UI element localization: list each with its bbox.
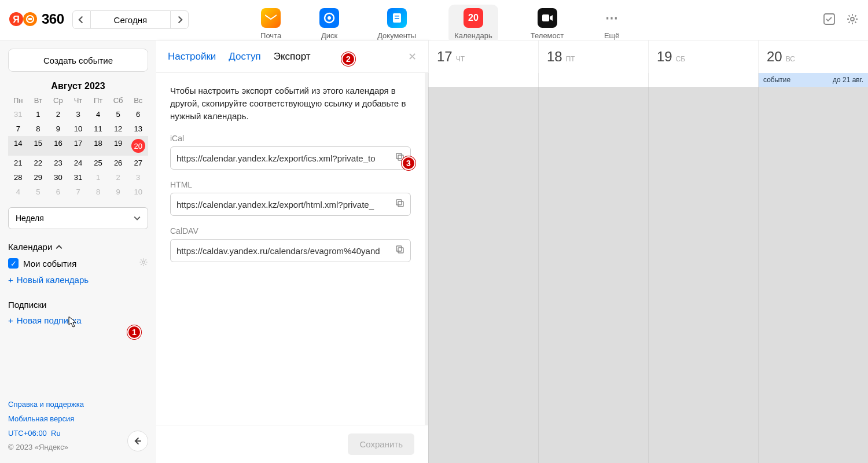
telemost-icon — [538, 8, 557, 28]
calendar-gear-icon[interactable] — [139, 258, 148, 269]
new-calendar-link[interactable]: + Новый календарь — [8, 275, 148, 285]
mail-icon — [261, 8, 281, 28]
collapse-sidebar-button[interactable] — [127, 431, 148, 451]
svg-rect-8 — [395, 18, 399, 19]
svg-rect-7 — [395, 16, 399, 17]
prev-button[interactable] — [72, 10, 91, 29]
service-label: Ещё — [604, 31, 620, 40]
mini-calendar-month: Август 2023 — [8, 81, 148, 91]
create-event-button[interactable]: Создать событие — [8, 49, 148, 72]
event-until: до 21 авг. — [833, 76, 863, 84]
view-select[interactable]: Неделя — [8, 207, 148, 229]
annotation-marker-2: 2 — [341, 52, 355, 66]
svg-rect-15 — [396, 200, 402, 205]
ical-url-row — [170, 146, 411, 170]
chevron-down-icon — [134, 215, 141, 222]
svg-rect-18 — [398, 248, 403, 253]
caldav-url-input[interactable] — [176, 246, 391, 256]
annotation-marker-1: 1 — [127, 325, 141, 339]
day-column[interactable] — [648, 87, 758, 463]
today-button[interactable]: Сегодня — [91, 10, 171, 29]
service-label: Диск — [321, 31, 337, 40]
ical-url-input[interactable] — [176, 153, 391, 163]
day-header[interactable]: 19СБ — [648, 41, 758, 73]
view-select-value: Неделя — [16, 214, 44, 223]
logo[interactable]: Я 360 — [9, 5, 64, 28]
service-documents[interactable]: Документы — [372, 5, 422, 43]
chevron-up-icon — [56, 244, 62, 251]
ical-label: iCal — [170, 134, 411, 143]
service-label: Телемост — [531, 31, 564, 40]
arrow-left-icon — [134, 437, 142, 445]
yandex-logo-icon: Я — [9, 10, 38, 28]
mini-calendar-week[interactable]: 14151617181920 — [8, 136, 148, 156]
disk-icon — [319, 8, 339, 28]
mini-calendar-week[interactable]: 21222324252627 — [8, 156, 148, 170]
more-icon: ⋯ — [602, 8, 621, 28]
settings-gear-icon[interactable] — [846, 13, 859, 28]
mini-calendar-dow: ПнВтСрЧтПтСбВс — [8, 96, 148, 105]
timezone-link[interactable]: UTC+06:00 — [8, 429, 47, 438]
calendar-icon: 20 — [464, 8, 483, 28]
documents-icon — [387, 8, 407, 28]
calendars-section-header[interactable]: Календари — [8, 242, 148, 252]
svg-point-11 — [851, 17, 854, 21]
svg-rect-17 — [396, 246, 402, 251]
service-label: Календарь — [454, 31, 492, 40]
tab-access[interactable]: Доступ — [229, 51, 260, 63]
mini-calendar-week[interactable]: 45678910 — [8, 185, 148, 199]
day-header[interactable]: 17ЧТ — [428, 41, 538, 73]
annotation-marker-3: 3 — [402, 156, 415, 170]
mini-calendar-week[interactable]: 31123456 — [8, 107, 148, 122]
html-label: HTML — [170, 180, 411, 189]
copy-icon[interactable] — [391, 245, 404, 256]
export-intro-text: Чтобы настроить экспорт событий из этого… — [170, 84, 411, 122]
service-calendar[interactable]: 20 Календарь — [448, 5, 498, 43]
checklist-icon[interactable] — [823, 13, 836, 28]
tab-settings[interactable]: Настройки — [168, 51, 216, 63]
svg-text:Я: Я — [13, 14, 20, 24]
new-subscription-link[interactable]: + Новая подписка — [8, 315, 148, 325]
checkbox-checked-icon[interactable]: ✓ — [8, 258, 19, 269]
close-panel-button[interactable]: ✕ — [408, 50, 417, 63]
caldav-label: CalDAV — [170, 226, 411, 236]
html-url-row — [170, 193, 411, 216]
chevron-left-icon — [78, 16, 86, 24]
svg-point-12 — [142, 261, 145, 263]
plus-icon: + — [8, 275, 13, 285]
html-url-input[interactable] — [176, 200, 391, 210]
svg-point-5 — [328, 16, 331, 20]
calendar-item-my-events[interactable]: ✓ Мои события — [8, 258, 148, 269]
svg-rect-16 — [398, 201, 403, 207]
day-header[interactable]: 18ПТ — [538, 41, 648, 73]
caldav-url-row — [170, 239, 411, 262]
event-title: событие — [763, 76, 790, 84]
today-date-cell: 20 — [131, 139, 145, 153]
copy-icon[interactable] — [391, 199, 404, 210]
next-button[interactable] — [170, 10, 189, 29]
svg-rect-13 — [396, 153, 402, 159]
mini-calendar-week[interactable]: 28293031123 — [8, 170, 148, 185]
chevron-right-icon — [175, 16, 183, 24]
service-mail[interactable]: Почта — [255, 5, 287, 43]
mobile-link[interactable]: Мобильная версия — [8, 412, 148, 427]
language-link[interactable]: Ru — [51, 429, 61, 438]
day-column[interactable] — [428, 87, 538, 463]
service-telemost[interactable]: Телемост — [525, 5, 569, 43]
svg-rect-9 — [542, 14, 549, 21]
event-chip[interactable]: событие до 21 авг. — [759, 73, 868, 87]
service-disk[interactable]: Диск — [314, 5, 345, 43]
mini-calendar-week[interactable]: 78910111213 — [8, 122, 148, 136]
day-column[interactable] — [758, 87, 868, 463]
calendar-item-label: Мои события — [23, 259, 76, 269]
subscriptions-section-header[interactable]: Подписки — [8, 300, 148, 310]
service-more[interactable]: ⋯ Ещё — [596, 5, 627, 43]
day-header[interactable]: 20ВС — [758, 41, 868, 73]
svg-rect-3 — [28, 18, 32, 20]
help-link[interactable]: Справка и поддержка — [8, 398, 148, 412]
logo-text: 360 — [42, 11, 64, 27]
service-label: Документы — [377, 31, 416, 40]
day-column[interactable] — [538, 87, 648, 463]
save-button[interactable]: Сохранить — [348, 433, 414, 455]
tab-export[interactable]: Экспорт — [274, 51, 311, 63]
